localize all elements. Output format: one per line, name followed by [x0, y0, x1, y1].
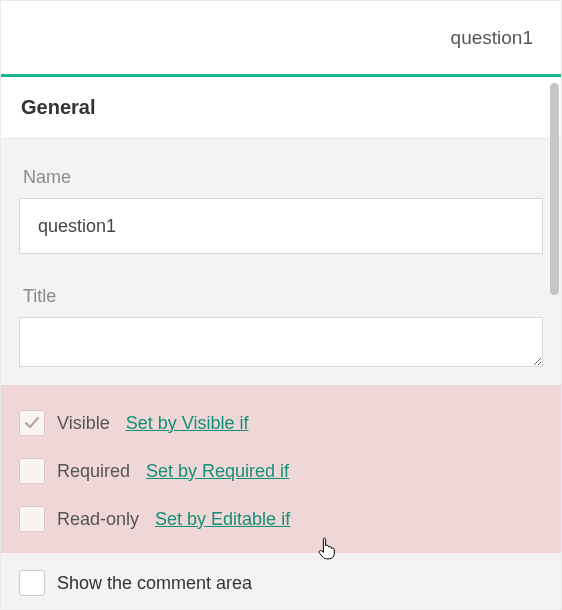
required-row: Required Set by Required if [19, 447, 543, 495]
readonly-label: Read-only [57, 509, 139, 530]
required-label: Required [57, 461, 130, 482]
visible-label: Visible [57, 413, 110, 434]
title-input[interactable] [19, 317, 543, 367]
scrollbar-thumb[interactable] [550, 83, 559, 295]
check-icon [24, 415, 40, 431]
scrollbar[interactable] [550, 83, 559, 323]
question-title: question1 [451, 27, 533, 49]
name-label: Name [23, 167, 539, 188]
more-options: Show the comment area [19, 553, 543, 607]
visible-set-by-link[interactable]: Set by Visible if [126, 413, 249, 434]
visible-checkbox[interactable] [19, 410, 45, 436]
comment-label: Show the comment area [57, 573, 252, 594]
visible-row: Visible Set by Visible if [19, 399, 543, 447]
required-checkbox[interactable] [19, 458, 45, 484]
name-input[interactable] [19, 198, 543, 254]
readonly-row: Read-only Set by Editable if [19, 495, 543, 543]
title-label: Title [23, 286, 539, 307]
property-panel: question1 General Name Title Visible Set… [0, 0, 562, 610]
section-body: Name Title Visible Set by Visible if [1, 139, 561, 609]
highlighted-options: Visible Set by Visible if Required Set b… [1, 385, 561, 553]
required-set-by-link[interactable]: Set by Required if [146, 461, 289, 482]
comment-row: Show the comment area [19, 559, 543, 607]
readonly-checkbox[interactable] [19, 506, 45, 532]
panel-header: question1 [1, 1, 561, 77]
readonly-set-by-link[interactable]: Set by Editable if [155, 509, 290, 530]
section-title: General [21, 96, 95, 119]
section-header-general[interactable]: General [1, 77, 561, 139]
comment-checkbox[interactable] [19, 570, 45, 596]
